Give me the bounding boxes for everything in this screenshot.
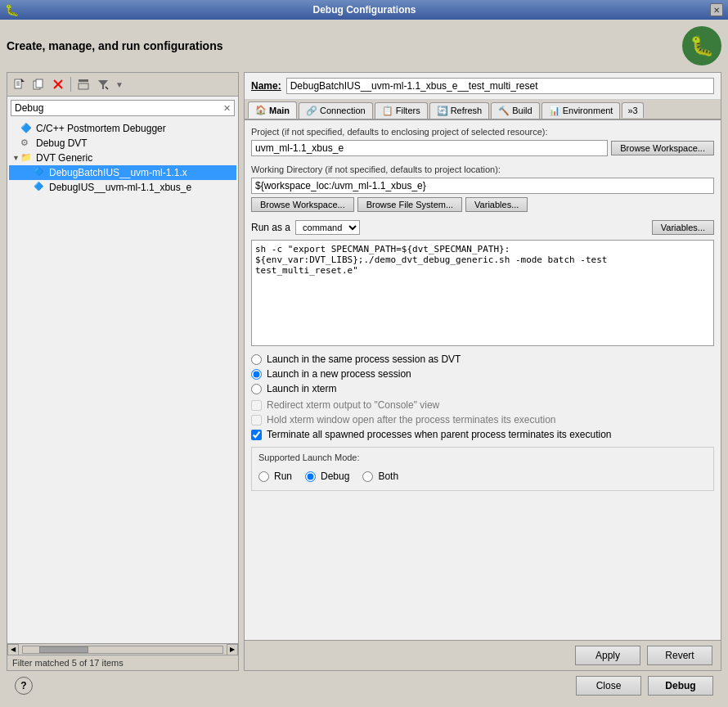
working-dir-buttons: Browse Workspace... Browse File System..… [251,197,714,212]
tab-build[interactable]: 🔨 Build [491,102,539,119]
redirect-xterm-checkbox[interactable] [251,400,262,411]
new-process-label[interactable]: Launch in a new process session [267,368,411,380]
tab-main[interactable]: 🏠 Main [248,101,297,119]
tree-item-cpp[interactable]: 🔷 C/C++ Postmortem Debugger [9,121,236,136]
browse-workspace-button-project[interactable]: Browse Workspace... [611,141,714,155]
scroll-right-button[interactable]: ▶ [227,644,238,655]
working-dir-label: Working Directory (if not specified, def… [251,164,714,174]
search-input[interactable] [11,101,220,115]
close-window-button[interactable]: ✕ [710,3,723,16]
delete-icon [52,79,64,90]
project-input[interactable] [251,140,608,156]
browse-filesystem-button[interactable]: Browse File System... [357,197,462,212]
tree-item-label: DVT Generic [36,152,92,164]
config-icon2: 🔷 [34,182,47,193]
tree-item-label: Debug DVT [36,137,88,149]
tree-item-debug-batch[interactable]: 🔷 DebugBatchIUS__uvm-ml-1.1.x [9,165,236,180]
xterm-radio[interactable] [251,384,262,394]
close-button[interactable]: Close [576,676,641,696]
help-button[interactable]: ? [15,677,33,695]
footer: ? Close Debug [7,671,721,700]
command-textarea[interactable]: sh -c "export SPECMAN_PATH=${dvt_SPECMAN… [251,240,714,346]
run-mode-label[interactable]: Run [274,471,292,482]
delete-config-button[interactable] [49,75,67,93]
logo-icon: 🐛 [682,26,721,65]
terminate-spawned-label[interactable]: Terminate all spawned processes when par… [267,429,612,440]
hold-xterm-label[interactable]: Hold xterm window open after the process… [267,414,556,426]
apply-button[interactable]: Apply [575,646,640,665]
tab-overflow[interactable]: »3 [622,102,643,118]
name-input[interactable] [286,78,714,94]
svg-rect-6 [36,79,43,88]
terminate-spawned-checkbox[interactable] [251,430,262,440]
new-config-button[interactable] [10,75,28,93]
tree-item-dvt-generic[interactable]: ▼ 📁 DVT Generic [9,151,236,165]
scroll-thumb[interactable] [39,646,88,653]
tree-item-debug-ius[interactable]: 🔷 DebugIUS__uvm-ml-1.1_xbus_e [9,180,236,195]
tab-main-label: Main [269,106,290,115]
debug-button[interactable]: Debug [648,676,713,696]
horizontal-scrollbar[interactable]: ◀ ▶ [7,643,238,655]
supported-launch-label: Supported Launch Mode: [258,453,707,462]
debug-mode-radio[interactable] [305,471,316,482]
working-dir-input[interactable] [251,178,714,194]
tabs-bar: 🏠 Main 🔗 Connection 📋 Filters 🔄 Refresh … [245,100,721,120]
scroll-track[interactable] [22,646,223,654]
revert-button[interactable]: Revert [647,646,712,665]
xterm-label[interactable]: Launch in xterm [267,383,336,394]
config-icon: 🔷 [34,167,47,178]
config-content: Project (if not specified, defaults to e… [245,120,721,640]
action-buttons-bar: Apply Revert [245,640,721,670]
page-title: Create, manage, and run configurations [7,39,223,52]
tree-item-label: DebugBatchIUS__uvm-ml-1.1.x [49,167,187,178]
svg-line-12 [106,87,108,89]
tab-refresh-label: Refresh [451,106,483,115]
filter-dropdown[interactable]: ▼ [115,80,124,89]
radio-xterm: Launch in xterm [251,383,714,394]
supported-launch-section: Supported Launch Mode: Run Debug Both [251,447,714,491]
duplicate-config-button[interactable] [29,75,47,93]
filter-button[interactable] [94,75,112,93]
run-as-row: Run as a command Variables... [251,220,714,235]
launch-mode-radios: Run Debug Both [258,467,707,485]
run-as-left: Run as a command [251,220,360,235]
same-process-radio[interactable] [251,354,262,365]
redirect-xterm-label[interactable]: Redirect xterm output to "Console" view [267,399,439,411]
tab-filters[interactable]: 📋 Filters [375,102,428,119]
tab-connection[interactable]: 🔗 Connection [299,102,373,119]
terminate-spawned-item: Terminate all spawned processes when par… [251,429,714,440]
tab-filters-label: Filters [396,106,420,115]
variables-button-wd[interactable]: Variables... [465,197,528,212]
debug-mode-label[interactable]: Debug [321,471,349,482]
both-mode-radio[interactable] [362,471,373,482]
run-as-select[interactable]: command [295,220,360,235]
both-mode-label[interactable]: Both [378,471,398,482]
connection-tab-icon: 🔗 [306,106,317,116]
svg-marker-4 [21,79,25,82]
new-icon [13,79,25,90]
collapse-button[interactable] [74,75,92,93]
variables-button-run[interactable]: Variables... [652,220,714,235]
content-area: ▼ ✕ 🔷 C/C++ Postmortem Debugger ⚙ [7,72,721,671]
same-process-label[interactable]: Launch in the same process session as DV… [267,354,461,365]
toolbar-separator [70,77,71,92]
left-toolbar: ▼ [7,73,238,97]
tree-item-dvt[interactable]: ⚙ Debug DVT [9,136,236,151]
header-area: Create, manage, and run configurations 🐛 [7,26,721,65]
bug-icon: 🐛 [690,34,714,57]
expand-icon: ▼ [12,154,20,162]
radio-same-process: Launch in the same process session as DV… [251,354,714,365]
browse-workspace-button-wd[interactable]: Browse Workspace... [251,197,354,212]
refresh-tab-icon: 🔄 [437,106,448,116]
hold-xterm-checkbox[interactable] [251,415,262,426]
new-process-radio[interactable] [251,369,262,380]
search-clear-button[interactable]: ✕ [220,101,234,115]
tab-refresh[interactable]: 🔄 Refresh [429,102,490,119]
title-bar: 🐛 Debug Configurations ✕ [0,0,728,20]
tab-environment[interactable]: 📊 Environment [542,102,621,119]
radio-new-process: Launch in a new process session [251,368,714,380]
run-mode-radio[interactable] [258,471,269,482]
folder-icon: 📁 [20,152,34,164]
dvt-icon: ⚙ [20,137,34,149]
scroll-left-button[interactable]: ◀ [7,644,19,655]
